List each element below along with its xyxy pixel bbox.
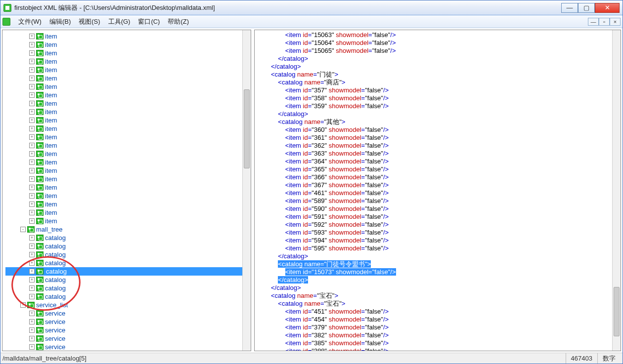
tree-node[interactable]: +item xyxy=(5,175,251,183)
expand-toggle[interactable]: + xyxy=(29,202,35,207)
tree-node[interactable]: +item xyxy=(5,32,251,40)
tree-node[interactable]: +catalog xyxy=(5,284,251,292)
expand-toggle[interactable]: + xyxy=(29,252,35,257)
tree-node[interactable]: +item xyxy=(5,74,251,82)
code-line[interactable]: </catalog> xyxy=(257,252,621,260)
expand-toggle[interactable]: + xyxy=(29,118,35,123)
code-line[interactable]: <catalog name="商店"> xyxy=(257,79,621,86)
expand-toggle[interactable]: + xyxy=(29,260,35,266)
code-line[interactable]: <item id="589" showmodel="false"/> xyxy=(257,197,621,205)
expand-toggle[interactable]: + xyxy=(29,84,35,89)
code-line[interactable]: <item id="367" showmodel="false"/> xyxy=(257,181,621,189)
tree-node[interactable]: +item xyxy=(5,91,251,99)
expand-toggle[interactable]: + xyxy=(29,243,35,249)
tree-node[interactable]: +catalog xyxy=(5,276,251,284)
expand-toggle[interactable]: + xyxy=(29,294,35,299)
expand-toggle[interactable]: + xyxy=(29,176,35,182)
tree-node[interactable]: +item xyxy=(5,82,251,91)
expand-toggle[interactable]: + xyxy=(29,319,35,324)
expand-toggle[interactable]: + xyxy=(29,185,35,190)
tree-node[interactable]: +catalog xyxy=(5,292,251,301)
tree-node[interactable]: +item xyxy=(5,200,251,208)
code-line[interactable]: <item id="379" showmodel="false"/> xyxy=(257,324,621,331)
code-line[interactable]: <catalog name="宝石"> xyxy=(257,292,621,300)
expand-toggle[interactable]: + xyxy=(29,168,35,173)
tree-node[interactable]: +item xyxy=(5,108,251,116)
tree-node[interactable]: +service xyxy=(5,326,251,334)
code-line[interactable]: <catalog name="门徒号令盟书"> xyxy=(257,260,621,268)
menu-edit[interactable]: 编辑(B) xyxy=(45,16,75,27)
tree-node[interactable]: +service xyxy=(5,334,251,343)
tree-node[interactable]: +catalog xyxy=(5,267,251,276)
code-line[interactable]: <catalog name="其他"> xyxy=(257,118,621,126)
code-line[interactable]: </catalog> xyxy=(257,55,621,63)
expand-toggle[interactable]: + xyxy=(29,34,35,39)
tree-scrollbar[interactable] xyxy=(242,30,251,351)
maximize-button[interactable]: ▢ xyxy=(578,3,595,13)
expand-toggle[interactable]: + xyxy=(29,67,35,73)
tree-node[interactable]: +catalog xyxy=(5,259,251,267)
tree-node[interactable]: +item xyxy=(5,208,251,217)
tree-node[interactable]: +item xyxy=(5,141,251,150)
expand-toggle[interactable]: + xyxy=(29,327,35,333)
expand-toggle[interactable]: + xyxy=(29,160,35,165)
code-line[interactable]: <item id="15065" showmodel="false"/> xyxy=(257,47,621,55)
expand-toggle[interactable]: + xyxy=(29,344,35,350)
code-line[interactable]: <item id="358" showmodel="false"/> xyxy=(257,94,621,102)
expand-toggle[interactable]: - xyxy=(20,227,26,232)
tree-node[interactable]: +item xyxy=(5,166,251,175)
code-line[interactable]: <catalog name="门徒"> xyxy=(257,71,621,79)
tree-node[interactable]: +item xyxy=(5,183,251,192)
code-line[interactable]: </catalog> xyxy=(257,284,621,292)
xml-tree[interactable]: +item+item+item+item+item+item+item+item… xyxy=(2,30,251,351)
tree-node[interactable]: +catalog xyxy=(5,242,251,250)
code-line[interactable]: <item id="364" showmodel="false"/> xyxy=(257,158,621,165)
menu-file[interactable]: 文件(W) xyxy=(14,16,45,27)
expand-toggle[interactable]: + xyxy=(29,134,35,140)
code-line[interactable]: <item id="365" showmodel="false"/> xyxy=(257,165,621,173)
expand-toggle[interactable]: + xyxy=(29,311,35,316)
doc-close-button[interactable]: × xyxy=(610,18,621,26)
expand-toggle[interactable]: + xyxy=(29,277,35,283)
tree-node[interactable]: +item xyxy=(5,217,251,225)
tree-node[interactable]: +service xyxy=(5,309,251,318)
code-line[interactable]: <item id="366" showmodel="false"/> xyxy=(257,173,621,181)
tree-node[interactable]: -service_list xyxy=(5,301,251,309)
tree-node[interactable]: -mall_tree xyxy=(5,225,251,234)
titlebar[interactable]: firstobject XML 编辑器 - [C:\Users\Administ… xyxy=(0,0,623,15)
expand-toggle[interactable]: + xyxy=(29,109,35,115)
menu-help[interactable]: 帮助(Z) xyxy=(164,16,193,27)
expand-toggle[interactable]: + xyxy=(29,193,35,199)
expand-toggle[interactable]: + xyxy=(29,50,35,56)
expand-toggle[interactable]: + xyxy=(29,143,35,148)
code-line[interactable]: </catalog> xyxy=(257,276,621,284)
code-line[interactable]: <item id="359" showmodel="false"/> xyxy=(257,102,621,110)
expand-toggle[interactable]: + xyxy=(29,101,35,106)
expand-toggle[interactable]: - xyxy=(20,302,26,308)
close-button[interactable]: ✕ xyxy=(595,3,620,13)
tree-node[interactable]: +catalog xyxy=(5,250,251,259)
code-line[interactable]: <item id="360" showmodel="false"/> xyxy=(257,126,621,134)
tree-node[interactable]: +item xyxy=(5,40,251,49)
code-line[interactable]: <item id="362" showmodel="false"/> xyxy=(257,142,621,150)
tree-node[interactable]: +item xyxy=(5,57,251,66)
expand-toggle[interactable]: + xyxy=(29,285,35,291)
code-line[interactable]: <item id="15073" showmodel="false"/> xyxy=(257,268,621,276)
tree-node[interactable]: +item xyxy=(5,116,251,124)
code-line[interactable]: <item id="15063" showmodel="false"/> xyxy=(257,31,621,39)
code-line[interactable]: <item id="591" showmodel="false"/> xyxy=(257,213,621,221)
tree-node[interactable]: +item xyxy=(5,192,251,200)
menu-window[interactable]: 窗口(C) xyxy=(134,16,164,27)
code-line[interactable]: <item id="594" showmodel="false"/> xyxy=(257,237,621,244)
code-line[interactable]: <item id="592" showmodel="false"/> xyxy=(257,221,621,229)
expand-toggle[interactable]: + xyxy=(29,76,35,81)
code-line[interactable]: <item id="590" showmodel="false"/> xyxy=(257,205,621,213)
code-line[interactable]: </catalog> xyxy=(257,63,621,71)
code-line[interactable]: <item id="382" showmodel="false"/> xyxy=(257,331,621,339)
doc-minimize-button[interactable]: — xyxy=(588,18,599,26)
code-line[interactable]: <item id="361" showmodel="false"/> xyxy=(257,134,621,142)
tree-node[interactable]: +catalog xyxy=(5,234,251,242)
code-line[interactable]: <item id="15064" showmodel="false"/> xyxy=(257,39,621,47)
code-line[interactable]: <item id="451" showmodel="false"/> xyxy=(257,308,621,316)
code-line[interactable]: <item id="454" showmodel="false"/> xyxy=(257,316,621,324)
